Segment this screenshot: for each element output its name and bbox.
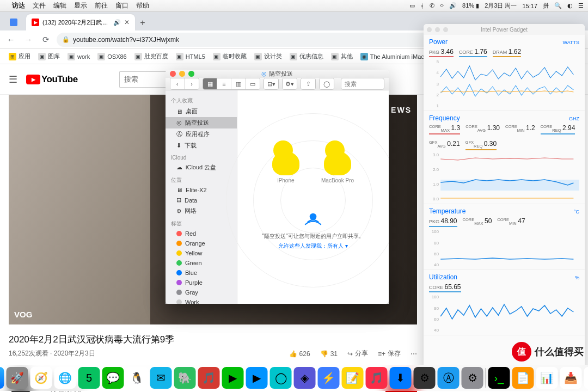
dock-mail-icon[interactable]: ✉: [150, 367, 172, 389]
sidebar-tag[interactable]: Yellow: [166, 248, 237, 258]
close-icon[interactable]: [427, 27, 432, 32]
icon-view-button[interactable]: ▦: [203, 78, 217, 89]
sidebar-tag[interactable]: Orange: [166, 238, 237, 248]
menu-file[interactable]: 文件: [33, 1, 46, 10]
volume-icon[interactable]: 🔊: [449, 2, 457, 9]
dock-netease-icon[interactable]: 🎵: [198, 367, 220, 389]
airdrop-target-macbook[interactable]: MacBook Pro: [321, 151, 354, 183]
dock-youku-icon[interactable]: ▶: [246, 367, 268, 389]
dock-appstore-icon[interactable]: Ⓐ: [438, 367, 460, 389]
sidebar-desktop[interactable]: 🖥桌面: [166, 106, 237, 117]
list-view-button[interactable]: ≡: [217, 78, 231, 89]
time-label[interactable]: 15:17: [522, 3, 537, 9]
hamburger-icon[interactable]: ☰: [9, 74, 17, 85]
dock-thunder-icon[interactable]: ⚡: [318, 367, 340, 389]
new-tab-button[interactable]: +: [135, 15, 150, 30]
dock-app-icon[interactable]: 5: [78, 367, 100, 389]
arrange-button[interactable]: ⊟▾: [264, 78, 278, 89]
airplay-icon[interactable]: ▭: [409, 2, 415, 9]
dock-iqiyi-icon[interactable]: ▶: [222, 367, 244, 389]
back-button[interactable]: ‹: [170, 78, 185, 89]
tab-audio-icon[interactable]: 🔊: [113, 19, 121, 26]
tags-button[interactable]: ◯: [320, 78, 334, 89]
back-button[interactable]: ←: [4, 33, 17, 46]
bookmark-folder[interactable]: ▣HTML5: [173, 52, 209, 62]
dock-app-icon[interactable]: ⚙: [414, 367, 436, 389]
sidebar-tag[interactable]: Purple: [166, 278, 237, 287]
sidebar-downloads[interactable]: ⬇下载: [166, 140, 237, 151]
ipg-titlebar[interactable]: Intel Power Gadget: [424, 24, 585, 35]
sidebar-tag[interactable]: Green: [166, 258, 237, 268]
bookmark-folder[interactable]: ▣OSX86: [94, 52, 130, 62]
dock-qq-icon[interactable]: 🐧: [126, 367, 148, 389]
dock-music-icon[interactable]: 🎵: [366, 367, 388, 389]
sidebar-airdrop[interactable]: ◎隔空投送: [166, 117, 237, 128]
dock-safari-icon[interactable]: 🧭: [30, 367, 52, 389]
sidebar-tag[interactable]: Blue: [166, 268, 237, 278]
dock-app-icon[interactable]: ◈: [294, 367, 316, 389]
dock-app-icon[interactable]: ◯: [270, 367, 292, 389]
dock-trash-icon[interactable]: 🗑: [584, 367, 589, 389]
bluetooth-icon[interactable]: ᚼ: [420, 3, 424, 9]
gallery-view-button[interactable]: ▭: [246, 78, 260, 89]
dock-downloads-icon[interactable]: 📥: [560, 367, 582, 389]
dislike-button[interactable]: 👎 31: [320, 350, 338, 358]
bookmark-folder[interactable]: ▣work: [64, 52, 93, 62]
action-button[interactable]: ⚙▾: [283, 78, 297, 89]
finder-titlebar[interactable]: ◎ 隔空投送: [166, 70, 389, 78]
dock-terminal-icon[interactable]: ›_: [488, 367, 510, 389]
reload-button[interactable]: ⟳: [39, 33, 52, 46]
notification-icon[interactable]: ☰: [578, 2, 584, 9]
more-icon[interactable]: ⋯: [411, 350, 417, 358]
phone-icon[interactable]: ✆: [430, 2, 434, 9]
column-view-button[interactable]: ▥: [231, 78, 246, 89]
menu-edit[interactable]: 编辑: [53, 1, 66, 10]
bookmark-folder[interactable]: ▣肚兜百度: [131, 51, 171, 62]
bookmark-folder[interactable]: ▣图库: [35, 51, 63, 62]
forward-button[interactable]: →: [22, 33, 35, 46]
like-button[interactable]: 👍 626: [289, 350, 310, 358]
minimize-icon[interactable]: [179, 71, 185, 77]
bookmark-apps[interactable]: ⊞应用: [5, 51, 34, 62]
wifi-icon[interactable]: ⌔: [440, 3, 444, 9]
tab-active[interactable]: ▶ (132) 2020年2月2日武汉冠… 🔊 ✕: [26, 14, 135, 30]
dock-settings-icon[interactable]: ⚙: [462, 367, 483, 389]
youtube-logo[interactable]: ▶ YouTube: [26, 74, 78, 85]
app-name[interactable]: 访达: [12, 1, 25, 10]
airdrop-target-iphone[interactable]: iPhone: [272, 151, 299, 183]
bookmark-folder[interactable]: ▣其他: [328, 51, 356, 62]
tab-other[interactable]: [4, 14, 26, 30]
zoom-icon[interactable]: [188, 71, 194, 77]
date-label[interactable]: 2月3日 周一: [485, 2, 517, 10]
menu-view[interactable]: 显示: [74, 1, 87, 10]
tab-close-icon[interactable]: ✕: [124, 19, 130, 26]
dock-launchpad-icon[interactable]: 🚀: [7, 367, 28, 389]
sidebar-applications[interactable]: Ⓐ应用程序: [166, 128, 237, 140]
forward-button[interactable]: ›: [185, 78, 199, 89]
sidebar-tag[interactable]: Work: [166, 297, 237, 304]
menu-help[interactable]: 帮助: [136, 1, 149, 10]
menu-go[interactable]: 前往: [95, 1, 108, 10]
dock-ipg-icon[interactable]: 📊: [536, 367, 558, 389]
sidebar-tag[interactable]: Gray: [166, 287, 237, 297]
share-button[interactable]: ⇪: [301, 78, 315, 89]
close-icon[interactable]: [170, 71, 176, 77]
sidebar-tag[interactable]: Red: [166, 229, 237, 238]
dock-app-icon[interactable]: ⬇: [390, 367, 412, 389]
menu-window[interactable]: 窗口: [115, 1, 128, 10]
zoom-icon[interactable]: [443, 27, 448, 32]
minimize-icon[interactable]: [435, 27, 440, 32]
spotlight-icon[interactable]: 🔍: [554, 2, 562, 9]
share-button[interactable]: ↪ 分享: [347, 349, 368, 358]
battery-status[interactable]: 81% ▮: [462, 2, 479, 9]
siri-icon[interactable]: ◐: [567, 2, 573, 9]
airdrop-discover-link[interactable]: 允许这些人发现我：所有人 ▾: [278, 242, 348, 250]
dock-evernote-icon[interactable]: 🐘: [174, 367, 196, 389]
bookmark-folder[interactable]: ▣优惠信息: [286, 51, 327, 62]
bookmark-folder[interactable]: ▣临时收藏: [210, 51, 250, 62]
save-button[interactable]: ≡+ 保存: [378, 349, 401, 358]
ime-label[interactable]: 拼: [543, 2, 549, 10]
sidebar-icloud[interactable]: ☁iCloud 云盘: [166, 162, 237, 173]
bookmark-folder[interactable]: ▣设计类: [251, 51, 285, 62]
dock-notes-icon[interactable]: 📝: [342, 367, 364, 389]
